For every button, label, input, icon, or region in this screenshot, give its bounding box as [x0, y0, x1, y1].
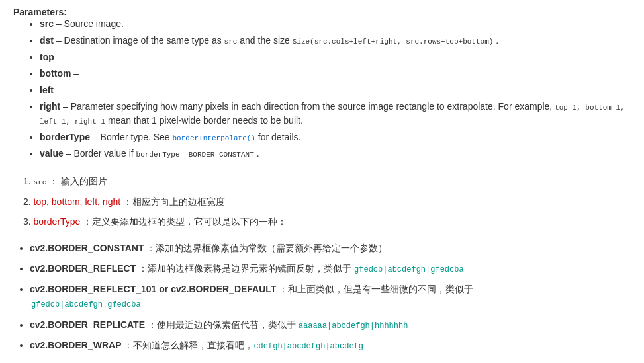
border-example: aaaaaa|abcdefgh|hhhhhhh	[299, 321, 408, 331]
list-item: 3. borderType ：定义要添加边框的类型，它可以是以下的一种：	[23, 214, 631, 229]
item-number: 2.	[23, 196, 34, 207]
param-sep: – Parameter specifying how many pixels i…	[63, 101, 555, 112]
item-sep: ：定义要添加边框的类型，它可以是以下的一种：	[83, 216, 287, 227]
param-name: borderType	[40, 132, 90, 142]
border-desc: ：不知道怎么解释，直接看吧，	[124, 340, 253, 350]
param-sep: – Destination image of the same type as	[56, 35, 224, 46]
list-item: left –	[40, 83, 631, 97]
param-text: and the size	[237, 35, 292, 46]
numbered-list: 1. src ： 输入的图片 2. top, bottom, left, rig…	[23, 174, 631, 229]
border-name: cv2.BORDER_REPLICATE	[30, 319, 145, 330]
list-item: cv2.BORDER_CONSTANT ：添加的边界框像素值为常数（需要额外再给…	[30, 241, 631, 255]
numbered-section: 1. src ： 输入的图片 2. top, bottom, left, rig…	[13, 174, 631, 229]
border-example: gfedcb|abcdefgh|gfedcba	[354, 265, 464, 274]
code-border-constant: borderType==BORDER_CONSTANT	[136, 151, 254, 159]
param-text2: mean that 1 pixel-wide border needs to b…	[105, 115, 303, 126]
list-item: src – Source image.	[40, 17, 631, 31]
item-number: 1.	[23, 176, 34, 186]
code-bordertype-red: borderType	[34, 216, 81, 227]
border-desc: ：和上面类似，但是有一些细微的不同，类似于	[279, 284, 473, 294]
item-sep: ：	[49, 176, 58, 186]
code-border-interpolate: borderInterpolate()	[173, 134, 255, 142]
list-item: borderType – Border type. See borderInte…	[40, 130, 631, 144]
param-sep: –	[57, 52, 62, 62]
border-desc: ：使用最近边的像素值代替，类似于	[148, 319, 299, 330]
list-item: top –	[40, 50, 631, 64]
border-name: cv2.BORDER_REFLECT_101 or cv2.BORDER_DEF…	[30, 284, 276, 294]
param-text: for details.	[255, 132, 300, 142]
list-item: dst – Destination image of the same type…	[40, 34, 631, 48]
list-item: cv2.BORDER_WRAP ：不知道怎么解释，直接看吧，cdefgh|abc…	[30, 338, 631, 353]
param-sep: – Border value if	[66, 148, 136, 159]
param-sep: – Border type. See	[93, 132, 173, 142]
param-sep: –	[73, 68, 79, 79]
param-name: left	[40, 85, 54, 95]
code-src2: src	[34, 179, 47, 186]
border-name: cv2.BORDER_WRAP	[30, 340, 121, 350]
list-item: cv2.BORDER_REFLECT ：添加的边框像素将是边界元素的镜面反射，类…	[30, 261, 631, 276]
border-name: cv2.BORDER_REFLECT	[30, 263, 136, 274]
list-item: bottom –	[40, 67, 631, 81]
parameters-section: Parameters: src – Source image. dst – De…	[13, 7, 631, 161]
item-sep: ：相应方向上的边框宽度	[123, 196, 225, 207]
params-label: Parameters:	[13, 7, 67, 17]
border-name: cv2.BORDER_CONSTANT	[30, 243, 144, 253]
param-sep: –	[56, 85, 62, 95]
list-item: right – Parameter specifying how many pi…	[40, 100, 631, 128]
param-name: dst	[40, 35, 54, 46]
border-desc: ：添加的边界框像素值为常数（需要额外再给定一个参数）	[146, 243, 387, 253]
param-name: value	[40, 148, 64, 159]
border-example: cdefgh|abcdefgh|abcdefg	[253, 342, 363, 351]
code-params-red: top, bottom, left, right	[34, 196, 121, 207]
list-item: 2. top, bottom, left, right ：相应方向上的边框宽度	[23, 194, 631, 209]
list-item: value – Border value if borderType==BORD…	[40, 147, 631, 161]
param-dot: .	[254, 148, 259, 159]
code-src: src	[224, 38, 238, 46]
param-name: src	[40, 19, 54, 29]
param-name: right	[40, 101, 60, 112]
list-item: cv2.BORDER_REFLECT_101 or cv2.BORDER_DEF…	[30, 282, 631, 312]
border-types-section: cv2.BORDER_CONSTANT ：添加的边界框像素值为常数（需要额外再给…	[13, 241, 631, 353]
list-item: 1. src ： 输入的图片	[23, 174, 631, 189]
code-size: Size(src.cols+left+right, src.rows+top+b…	[293, 38, 494, 46]
params-list: src – Source image. dst – Destination im…	[13, 17, 631, 161]
param-name: top	[40, 52, 54, 62]
border-desc: ：添加的边框像素将是边界元素的镜面反射，类似于	[138, 263, 354, 274]
border-example: gfedcb|abcdefgh|gfedcba	[31, 300, 141, 309]
border-types-list: cv2.BORDER_CONSTANT ：添加的边界框像素值为常数（需要额外再给…	[13, 241, 631, 353]
item-number: 3.	[23, 216, 34, 227]
param-dot: .	[493, 35, 498, 46]
item-text: 输入的图片	[61, 176, 107, 186]
param-name: bottom	[40, 68, 71, 79]
param-sep: – Source image.	[56, 19, 124, 29]
list-item: cv2.BORDER_REPLICATE ：使用最近边的像素值代替，类似于 aa…	[30, 317, 631, 333]
